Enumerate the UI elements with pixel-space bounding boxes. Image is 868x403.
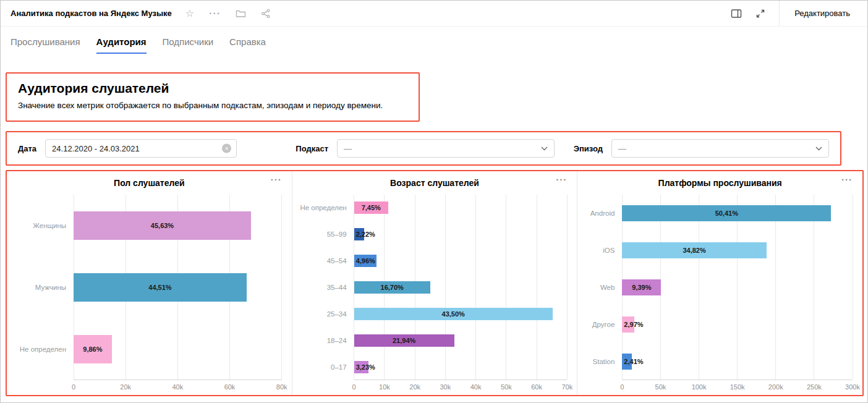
tab-help[interactable]: Справка [229, 36, 266, 54]
chart-card-platforms: Платформы прослушивания ··· Android50,41… [577, 171, 862, 395]
edit-button-container: Редактировать [779, 1, 867, 26]
bar-value-label: 2,22% [356, 231, 375, 238]
date-range-field[interactable]: × [45, 139, 237, 158]
bar-track: 45,63% [74, 195, 282, 257]
chart-menu-icon[interactable]: ··· [271, 174, 282, 185]
chart-menu-icon[interactable]: ··· [841, 174, 853, 185]
filters-panel: Дата × Подкаст — Эпизод — [6, 131, 841, 166]
bar-value-label: 9,39% [632, 284, 651, 291]
chart-title: Возраст слушателей [390, 178, 479, 188]
chevron-down-icon [541, 146, 548, 151]
chart-bar[interactable]: 34,82% [622, 242, 767, 258]
bar-track: 21,94% [354, 327, 568, 354]
chart-row: 35–4416,70% [297, 274, 568, 301]
chart-plot-age: Не определен7,45%55–992,22%45–544,96%35–… [292, 191, 577, 395]
dashboard-tabs: Прослушивания Аудитория Подписчики Справ… [1, 27, 867, 54]
top-bar: Аналитика подкастов на Яндекс Музыке ☆ ·… [1, 1, 867, 27]
chart-bar[interactable]: 44,51% [74, 273, 247, 302]
chart-bar[interactable]: 2,97% [622, 316, 634, 333]
y-axis-label: Не определен [297, 204, 354, 211]
chart-bar[interactable]: 50,41% [622, 205, 831, 221]
y-axis-label: 55–99 [297, 231, 354, 238]
bar-track: 7,45% [354, 195, 568, 221]
chart-row: iOS34,82% [582, 232, 853, 269]
bar-value-label: 7,45% [362, 204, 381, 211]
plot-area: Не определен7,45%55–992,22%45–544,96%35–… [297, 195, 568, 380]
bar-track: 4,96% [354, 248, 568, 274]
bar-track: 2,22% [354, 221, 568, 248]
y-axis-label: Другое [582, 321, 622, 328]
bar-value-label: 4,96% [356, 257, 375, 265]
chart-bar[interactable]: 2,41% [622, 354, 632, 370]
chart-row: 45–544,96% [297, 248, 568, 274]
x-tick-label: 150k [730, 383, 745, 391]
edit-button[interactable]: Редактировать [794, 9, 850, 18]
bar-value-label: 43,50% [442, 310, 465, 318]
x-tick-label: 50k [501, 383, 512, 391]
chart-title: Платформы прослушивания [658, 178, 782, 188]
chart-bar[interactable]: 9,39% [622, 279, 661, 295]
clear-date-icon[interactable]: × [222, 144, 231, 153]
chart-bar[interactable]: 2,22% [354, 228, 364, 240]
folder-icon[interactable] [236, 9, 246, 19]
x-axis: 010k20k30k40k50k60k70k [354, 380, 568, 392]
favorite-star-icon[interactable]: ☆ [185, 9, 194, 19]
tab-audience[interactable]: Аудитория [96, 36, 147, 54]
bar-track: 9,39% [622, 269, 853, 306]
filter-episode: Эпизод — [574, 139, 829, 158]
side-panel-icon[interactable] [731, 9, 742, 19]
x-tick-label: 50k [655, 383, 666, 391]
chart-header: Возраст слушателей ··· [292, 171, 577, 191]
chart-row: Web9,39% [582, 269, 853, 306]
charts-panel: Пол слушателей ··· Женщины45,63%Мужчины4… [6, 170, 864, 396]
chart-plot-gender: Женщины45,63%Мужчины44,51%Не определен9,… [7, 191, 292, 395]
chart-bar[interactable]: 21,94% [354, 334, 454, 347]
chart-row: 0–173,23% [297, 354, 568, 380]
chart-menu-icon[interactable]: ··· [556, 174, 567, 185]
chart-row: Не определен7,45% [297, 195, 568, 221]
podcast-filter-label: Подкаст [296, 144, 328, 153]
y-axis-label: Android [582, 210, 622, 217]
chart-bar[interactable]: 4,96% [354, 255, 377, 267]
bar-track: 50,41% [622, 195, 853, 232]
x-tick-label: 20k [409, 383, 420, 391]
chart-bar[interactable]: 45,63% [74, 211, 251, 240]
episode-select[interactable]: — [611, 139, 829, 158]
y-axis-label: Station [582, 358, 622, 365]
bar-value-label: 3,23% [356, 363, 375, 371]
x-tick-label: 200k [768, 383, 783, 391]
tab-listens[interactable]: Прослушивания [11, 36, 80, 54]
bar-track: 16,70% [354, 274, 568, 301]
dashboard-window: Аналитика подкастов на Яндекс Музыке ☆ ·… [0, 0, 868, 403]
y-axis-label: iOS [582, 247, 622, 254]
x-tick-label: 70k [561, 383, 572, 391]
chart-bar[interactable]: 7,45% [354, 202, 388, 214]
chart-bar[interactable]: 3,23% [354, 361, 369, 373]
y-axis-label: Не определен [12, 346, 74, 353]
x-tick-label: 40k [172, 383, 183, 391]
date-range-input[interactable] [46, 144, 236, 153]
bar-track: 2,97% [622, 306, 853, 343]
tab-subscribers[interactable]: Подписчики [163, 36, 214, 54]
fullscreen-expand-icon[interactable] [755, 9, 765, 19]
podcast-select[interactable]: — [337, 139, 555, 158]
chart-title: Пол слушателей [114, 178, 185, 188]
more-menu-icon[interactable]: ··· [209, 9, 221, 19]
x-tick-label: 40k [470, 383, 482, 391]
chart-card-gender: Пол слушателей ··· Женщины45,63%Мужчины4… [7, 171, 292, 395]
x-tick-label: 20k [120, 383, 131, 391]
chart-row: Station2,41% [582, 343, 853, 380]
y-axis-label: Мужчины [12, 284, 74, 291]
bar-value-label: 50,41% [715, 210, 738, 217]
chart-bar[interactable]: 16,70% [354, 281, 430, 294]
x-tick-label: 10k [379, 383, 390, 391]
x-tick-label: 60k [224, 383, 236, 391]
share-icon[interactable] [261, 9, 271, 19]
chart-bar[interactable]: 9,86% [74, 335, 112, 363]
bar-track: 34,82% [622, 232, 853, 269]
chart-row: Android50,41% [582, 195, 853, 232]
chart-header: Пол слушателей ··· [7, 171, 292, 191]
episode-filter-label: Эпизод [574, 144, 603, 153]
chart-row: Другое2,97% [582, 306, 853, 343]
chart-bar[interactable]: 43,50% [354, 308, 553, 320]
